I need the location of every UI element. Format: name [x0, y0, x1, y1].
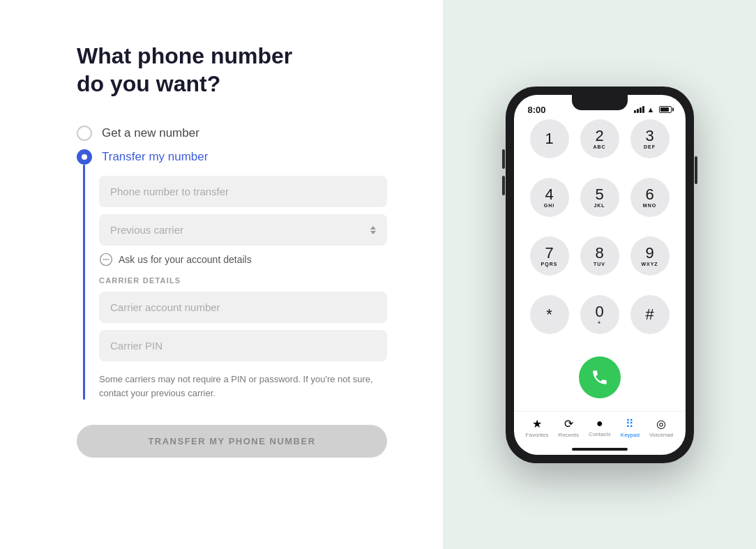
key-6[interactable]: 6MNO: [630, 178, 670, 217]
call-button-row: [514, 347, 686, 411]
transfer-form: Previous carrier Ask us for your account…: [85, 176, 387, 400]
key-num-4: 4: [545, 187, 553, 202]
key-letters-6: MNO: [643, 203, 656, 208]
battery-icon: [659, 106, 672, 113]
key-num-8: 8: [595, 246, 603, 261]
submit-button[interactable]: TRANSFER MY PHONE NUMBER: [77, 425, 387, 458]
new-number-option[interactable]: Get a new number: [77, 126, 387, 141]
phone-notch: [572, 95, 628, 110]
nav-item-favorites[interactable]: ★Favorites: [526, 417, 549, 438]
key-letters-4: GHI: [544, 203, 554, 208]
ask-us-row[interactable]: Ask us for your account details: [99, 253, 387, 266]
phone-mockup: 8:00 ▲ 12ABC3DEF4GHI5JKL6MNO7PQRS8T: [506, 87, 694, 463]
key-8[interactable]: 8TUV: [580, 236, 619, 276]
status-icons: ▲: [634, 105, 672, 114]
right-panel: 8:00 ▲ 12ABC3DEF4GHI5JKL6MNO7PQRS8T: [443, 0, 756, 549]
carrier-placeholder: Previous carrier: [110, 224, 183, 236]
key-num-3: 3: [645, 128, 653, 144]
key-1[interactable]: 1: [530, 119, 569, 158]
key-num-1: 1: [545, 131, 553, 146]
key-num-0: 0: [595, 304, 603, 319]
phone-nav: ★Favorites⟳Recents●Contacts⠿Keypad◎Voice…: [514, 411, 686, 448]
svg-point-3: [107, 259, 109, 260]
key-num-6: 6: [645, 187, 653, 202]
status-time: 8:00: [528, 105, 546, 115]
page-title: What phone number do you want?: [77, 42, 387, 98]
carrier-pin-input[interactable]: [99, 330, 387, 361]
keypad: 12ABC3DEF4GHI5JKL6MNO7PQRS8TUV9WXYZ*0+#: [514, 119, 686, 347]
volume-up-button: [502, 149, 505, 169]
signal-icon: [634, 106, 644, 113]
key-7[interactable]: 7PQRS: [530, 236, 569, 276]
key-num-7: 7: [545, 246, 553, 261]
key-9[interactable]: 9WXYZ: [630, 236, 670, 276]
key-letters-8: TUV: [594, 262, 605, 266]
key-num-5: 5: [595, 187, 603, 202]
home-indicator: [572, 448, 628, 451]
nav-label-favorites: Favorites: [526, 432, 549, 438]
key-num-9: 9: [645, 246, 653, 261]
left-panel: What phone number do you want? Get a new…: [0, 0, 443, 549]
chat-icon: [99, 253, 113, 266]
nav-icon-keypad: ⠿: [626, 417, 634, 430]
transfer-section: Previous carrier Ask us for your account…: [77, 165, 387, 400]
carrier-account-number-input[interactable]: [99, 292, 387, 323]
carrier-details-label: CARRIER DETAILS: [99, 276, 387, 285]
key-0[interactable]: 0+: [580, 295, 619, 334]
nav-label-contacts: Contacts: [589, 431, 611, 437]
nav-icon-favorites: ★: [532, 417, 542, 430]
new-number-label: Get a new number: [102, 126, 199, 140]
nav-icon-voicemail: ◎: [656, 417, 666, 430]
nav-icon-contacts: ●: [596, 417, 603, 430]
key-letters-9: WXYZ: [641, 262, 658, 266]
key-4[interactable]: 4GHI: [530, 178, 569, 217]
svg-point-1: [103, 259, 105, 260]
key-2[interactable]: 2ABC: [580, 119, 619, 158]
nav-item-recents[interactable]: ⟳Recents: [559, 417, 579, 438]
key-letters-3: DEF: [644, 144, 656, 149]
transfer-radio[interactable]: [77, 149, 92, 165]
power-button: [695, 156, 697, 184]
nav-label-keypad: Keypad: [621, 432, 640, 438]
new-number-radio[interactable]: [77, 126, 92, 141]
transfer-option-row: Transfer my number: [77, 149, 387, 165]
key-3[interactable]: 3DEF: [630, 119, 670, 158]
svg-point-2: [105, 259, 107, 260]
phone-call-icon: [591, 368, 609, 386]
key-letters-5: JKL: [594, 203, 605, 208]
call-button[interactable]: [579, 356, 621, 398]
phone-screen: 8:00 ▲ 12ABC3DEF4GHI5JKL6MNO7PQRS8T: [514, 95, 686, 455]
key-num-2: 2: [595, 128, 603, 144]
nav-item-voicemail[interactable]: ◎Voicemail: [649, 417, 673, 438]
nav-icon-recents: ⟳: [564, 417, 573, 430]
previous-carrier-select[interactable]: Previous carrier: [99, 214, 387, 246]
disclaimer-text: Some carriers may not require a PIN or p…: [99, 373, 387, 400]
nav-item-keypad[interactable]: ⠿Keypad: [621, 417, 640, 438]
volume-down-button: [502, 176, 505, 195]
key-letters-7: PQRS: [541, 262, 558, 266]
nav-label-recents: Recents: [559, 432, 579, 438]
key-letters-0: +: [598, 320, 601, 325]
select-arrows-icon: [370, 226, 376, 234]
phone-number-input[interactable]: [99, 176, 387, 207]
key-num-#: #: [645, 307, 653, 322]
transfer-label: Transfer my number: [102, 150, 208, 164]
key-5[interactable]: 5JKL: [580, 178, 619, 217]
nav-item-contacts[interactable]: ●Contacts: [589, 417, 611, 437]
nav-label-voicemail: Voicemail: [649, 432, 673, 438]
key-num-*: *: [546, 307, 552, 322]
wifi-icon: ▲: [647, 105, 655, 114]
key-#[interactable]: #: [630, 295, 670, 334]
key-letters-2: ABC: [593, 144, 605, 149]
key-*[interactable]: *: [530, 295, 569, 334]
ask-us-text: Ask us for your account details: [119, 254, 252, 265]
